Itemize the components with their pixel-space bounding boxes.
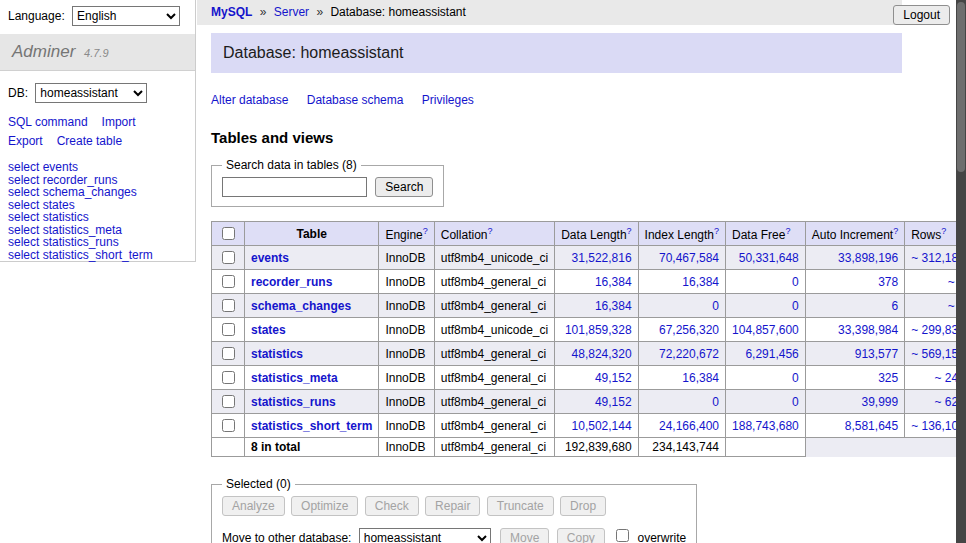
database-schema-link[interactable]: Database schema [307,93,404,107]
move-database-select[interactable]: homeassistant [359,528,491,543]
table-header-row: Table Engine? Collation? Data Length? In… [212,222,966,246]
help-link[interactable]: ? [627,226,632,236]
table-name-link[interactable]: statistics_meta [251,371,338,385]
privileges-link[interactable]: Privileges [422,93,474,107]
optimize-button[interactable]: Optimize [291,496,358,516]
search-fieldset: Search data in tables (8) Search [211,158,444,207]
main-content: MySQL » Server » Database: homeassistant… [197,0,966,543]
help-link[interactable]: ? [423,226,428,236]
data-free-link[interactable]: 0 [792,395,799,409]
engine-cell: InnoDB [379,270,434,294]
row-checkbox[interactable] [222,347,235,360]
select-all-checkbox[interactable] [222,227,235,240]
engine-cell: InnoDB [379,318,434,342]
data-free-link[interactable]: 0 [792,371,799,385]
sidebar-link-sql-command[interactable]: SQL command [8,115,88,129]
table-name-link[interactable]: schema_changes [251,299,351,313]
index-length-link[interactable]: 67,256,320 [659,323,719,337]
row-checkbox[interactable] [222,251,235,264]
table-name-link[interactable]: recorder_runs [251,275,332,289]
table-name-link[interactable]: statistics_runs [251,395,336,409]
language-select[interactable]: English [72,6,180,26]
language-row: Language: English [0,0,195,30]
row-checkbox[interactable] [222,419,235,432]
index-length-link[interactable]: 16,384 [682,275,719,289]
total-collation-cell: utf8mb4_general_ci [434,438,554,457]
collation-cell: utf8mb4_unicode_ci [434,318,554,342]
total-empty-cell [212,438,245,457]
copy-button[interactable]: Copy [557,528,605,543]
sidebar-table-list: select events select recorder_runs selec… [0,161,195,271]
auto-increment-link[interactable]: 325 [878,371,898,385]
sidebar-actions: SQL commandImport ExportCreate table [0,107,195,151]
index-length-link[interactable]: 0 [712,395,719,409]
table-name-link[interactable]: events [251,251,289,265]
sidebar-link-create-table[interactable]: Create table [57,134,122,148]
data-length-link[interactable]: 31,522,816 [572,251,632,265]
data-length-link[interactable]: 10,502,144 [572,419,632,433]
index-length-link[interactable]: 16,384 [682,371,719,385]
data-free-link[interactable]: 0 [792,275,799,289]
data-free-link[interactable]: 104,857,600 [732,323,799,337]
help-link[interactable]: ? [941,226,946,236]
move-button[interactable]: Move [500,528,549,543]
help-link[interactable]: ? [714,226,719,236]
index-length-link[interactable]: 72,220,672 [659,347,719,361]
total-data-length-cell: 192,839,680 [555,438,638,457]
row-checkbox[interactable] [222,299,235,312]
breadcrumb-mysql-link[interactable]: MySQL [211,5,252,19]
auto-increment-link[interactable]: 913,577 [855,347,898,361]
data-length-link[interactable]: 49,152 [595,371,632,385]
auto-increment-link[interactable]: 378 [878,275,898,289]
search-input[interactable] [222,177,367,197]
table-row: schema_changes InnoDB utf8mb4_general_ci… [212,294,966,318]
logout-button[interactable]: Logout [893,5,950,25]
data-free-link[interactable]: 0 [792,299,799,313]
auto-increment-link[interactable]: 33,898,196 [838,251,898,265]
auto-increment-link[interactable]: 8,581,645 [845,419,898,433]
row-checkbox[interactable] [222,395,235,408]
auto-increment-link[interactable]: 33,398,984 [838,323,898,337]
scrollbar-thumb[interactable] [957,2,965,172]
search-button[interactable]: Search [375,177,433,197]
drop-button[interactable]: Drop [560,496,606,516]
db-select[interactable]: homeassistant [35,83,147,103]
help-link[interactable]: ? [487,226,492,236]
table-row: recorder_runs InnoDB utf8mb4_general_ci … [212,270,966,294]
index-length-link[interactable]: 70,467,584 [659,251,719,265]
data-free-link[interactable]: 188,743,680 [732,419,799,433]
alter-database-link[interactable]: Alter database [211,93,288,107]
row-checkbox[interactable] [222,323,235,336]
data-length-link[interactable]: 49,152 [595,395,632,409]
row-checkbox[interactable] [222,371,235,384]
data-length-link[interactable]: 16,384 [595,275,632,289]
data-free-link[interactable]: 50,331,648 [739,251,799,265]
table-name-link[interactable]: statistics [251,347,303,361]
data-length-link[interactable]: 16,384 [595,299,632,313]
table-name-link[interactable]: states [251,323,286,337]
sidebar-link-import[interactable]: Import [102,115,136,129]
repair-button[interactable]: Repair [425,496,480,516]
index-length-link[interactable]: 0 [712,299,719,313]
help-link[interactable]: ? [893,226,898,236]
index-length-link[interactable]: 24,166,400 [659,419,719,433]
auto-increment-link[interactable]: 39,999 [861,395,898,409]
help-link[interactable]: ? [785,226,790,236]
collation-cell: utf8mb4_general_ci [434,366,554,390]
data-free-link[interactable]: 6,291,456 [745,347,798,361]
sidebar-link-export[interactable]: Export [8,134,43,148]
collation-cell: utf8mb4_general_ci [434,270,554,294]
truncate-button[interactable]: Truncate [487,496,554,516]
analyze-button[interactable]: Analyze [222,496,285,516]
data-length-link[interactable]: 48,824,320 [572,347,632,361]
breadcrumb-server-link[interactable]: Server [274,5,309,19]
table-name-link[interactable]: statistics_short_term [251,419,372,433]
data-length-link[interactable]: 101,859,328 [565,323,632,337]
row-checkbox[interactable] [222,275,235,288]
sidebar-select-statistics-short-term[interactable]: select statistics_short_term [8,248,153,262]
collation-cell: utf8mb4_general_ci [434,414,554,438]
check-button[interactable]: Check [365,496,419,516]
overwrite-checkbox[interactable] [616,529,629,542]
vertical-scrollbar[interactable] [956,0,966,543]
auto-increment-link[interactable]: 6 [891,299,898,313]
